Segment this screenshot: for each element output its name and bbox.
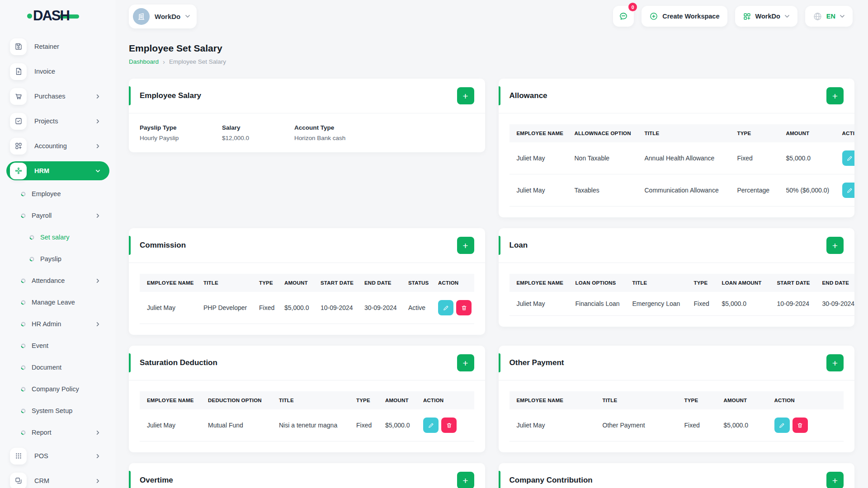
trash-icon [461, 305, 467, 311]
breadcrumb: Dashboard › Employee Set Salary [129, 58, 854, 66]
breadcrumb-current: Employee Set Salary [169, 58, 226, 65]
card-accent [129, 471, 131, 488]
bullet-icon [21, 278, 26, 283]
add-overtime-button[interactable]: + [457, 472, 474, 488]
field-account-type: Account Type Horizon Bank cash [294, 124, 474, 141]
sidebar-item-purchases[interactable]: Purchases [6, 87, 109, 106]
bullet-icon [21, 430, 26, 435]
add-saturation-deduction-button[interactable]: + [457, 354, 474, 371]
bullet-icon [21, 213, 26, 218]
table-row: Juliet May Mutual Fund Nisi a tenetur ma… [140, 409, 474, 441]
sidebar-item-employee[interactable]: Employee [6, 186, 109, 202]
delete-button[interactable] [441, 418, 457, 433]
chevron-right-icon [95, 430, 100, 435]
table-row: Juliet May Other Payment Fixed $5,000.0 [509, 409, 844, 441]
edit-button[interactable] [842, 183, 855, 198]
messages-button[interactable]: 0 [613, 6, 634, 27]
table-row: Juliet May Financials Loan Emergency Loa… [509, 292, 855, 316]
sidebar-item-report[interactable]: Report [6, 425, 109, 440]
bullet-icon [21, 343, 26, 348]
add-company-contribution-button[interactable]: + [826, 472, 844, 488]
trash-icon [797, 422, 803, 429]
sidebar-item-set-salary[interactable]: Set salary [6, 230, 109, 245]
logo-dot-icon [27, 14, 32, 19]
pos-grid-icon [10, 448, 27, 465]
crm-icon [10, 473, 27, 488]
workdo-menu-button[interactable]: WorkDo [735, 6, 797, 27]
pencil-icon [778, 422, 785, 429]
pencil-icon [846, 155, 853, 162]
add-loan-button[interactable]: + [826, 237, 844, 254]
status-text: Active [401, 292, 431, 324]
sidebar-item-hrm[interactable]: HRM [6, 161, 109, 180]
language-button[interactable]: EN [805, 6, 853, 27]
table-row: Juliet May PHP Developer Fixed $5,000.0 … [140, 292, 474, 324]
pencil-icon [846, 187, 853, 194]
invoice-icon [10, 63, 27, 80]
table-row: Juliet May Non Taxable Annual Health All… [509, 142, 855, 174]
workspace-selector[interactable]: WorkDo [129, 5, 197, 28]
sidebar-item-company-policy[interactable]: Company Policy [6, 381, 109, 397]
bullet-icon [21, 192, 26, 197]
sidebar-item-document[interactable]: Document [6, 360, 109, 375]
sidebar-item-system-setup[interactable]: System Setup [6, 403, 109, 418]
sidebar-item-hr-admin[interactable]: HR Admin [6, 316, 109, 332]
add-employee-salary-button[interactable]: + [457, 87, 474, 104]
hrm-icon [10, 163, 27, 179]
chevron-right-icon [95, 119, 100, 124]
delete-button[interactable] [456, 300, 472, 315]
workspace-name: WorkDo [155, 13, 180, 20]
allowance-table: EMPLOYEE NAME ALLOWNACE OPTION TITLE TYP… [509, 124, 855, 206]
bullet-icon [21, 365, 26, 370]
sidebar-item-manage-leave[interactable]: Manage Leave [6, 295, 109, 310]
messages-badge: 0 [628, 3, 637, 11]
edit-button[interactable] [774, 418, 790, 433]
sidebar-item-payroll[interactable]: Payroll [6, 208, 109, 223]
sidebar-item-payslip[interactable]: Payslip [6, 251, 109, 267]
loan-table: EMPLOYEE NAME LOAN OPTIONS TITLE TYPE LO… [509, 274, 855, 316]
bullet-icon [21, 408, 26, 413]
globe-icon [813, 12, 822, 21]
saturation-deduction-card: Saturation Deduction + EMPLOYEE NAME DED… [129, 346, 485, 452]
sidebar-item-event[interactable]: Event [6, 338, 109, 353]
breadcrumb-dashboard-link[interactable]: Dashboard [129, 58, 159, 65]
edit-button[interactable] [423, 418, 439, 433]
bullet-icon [29, 257, 34, 262]
sidebar-item-retainer[interactable]: Retainer [6, 37, 109, 56]
chevron-right-icon [95, 322, 100, 327]
add-allowance-button[interactable]: + [826, 87, 844, 104]
sidebar-item-crm[interactable]: CRM [6, 471, 109, 488]
pencil-icon [428, 422, 434, 429]
delete-button[interactable] [793, 418, 808, 433]
chevron-right-icon [95, 213, 100, 218]
cart-icon [10, 88, 27, 105]
add-other-payment-button[interactable]: + [826, 354, 844, 371]
sidebar-item-projects[interactable]: Projects [6, 112, 109, 131]
edit-button[interactable] [438, 300, 453, 315]
commission-card: Commission + EMPLOYEE NAME TITLE TYPE AM… [129, 228, 485, 335]
chevron-right-icon [95, 278, 100, 283]
sidebar-item-attendance[interactable]: Attendance [6, 273, 109, 288]
chevron-right-icon [95, 94, 100, 99]
card-accent [129, 353, 131, 372]
card-accent [499, 236, 500, 255]
create-workspace-button[interactable]: Create Workspace [642, 6, 727, 27]
chevron-right-icon [95, 479, 100, 483]
field-payslip-type: Payslip Type Hourly Payslip [140, 124, 222, 141]
chevron-down-icon [185, 14, 190, 19]
edit-button[interactable] [842, 150, 855, 166]
sidebar-item-accounting[interactable]: Accounting [6, 136, 109, 155]
sidebar-item-pos[interactable]: POS [6, 446, 109, 465]
card-accent [499, 353, 500, 372]
add-commission-button[interactable]: + [457, 237, 474, 254]
chat-icon [618, 11, 628, 21]
plus-circle-icon [649, 12, 658, 21]
workspace-building-icon [133, 8, 150, 25]
chevron-right-icon [95, 454, 100, 459]
card-accent [499, 86, 500, 105]
sidebar-item-invoice[interactable]: Invoice [6, 62, 109, 81]
bullet-icon [29, 235, 34, 240]
app-logo: DASH [0, 0, 116, 32]
grid-plus-icon [10, 138, 27, 155]
bullet-icon [21, 300, 26, 305]
